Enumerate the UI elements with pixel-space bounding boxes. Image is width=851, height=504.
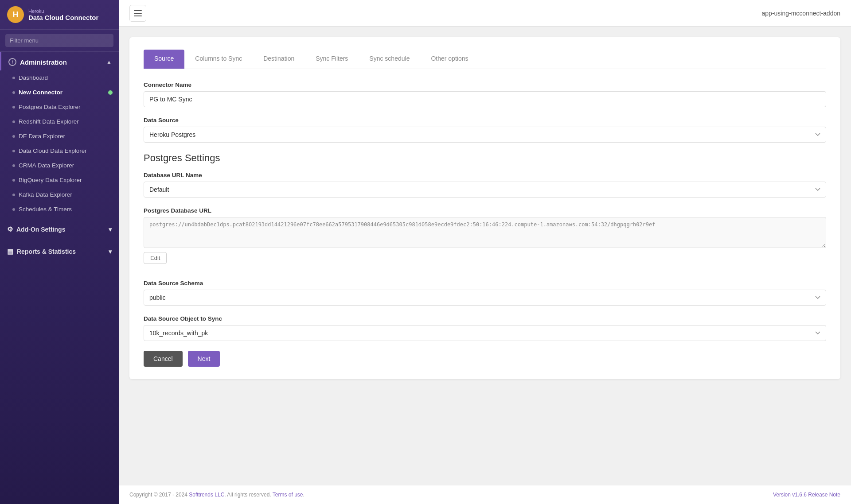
administration-label: Administration (20, 58, 67, 66)
footer-rights: . All rights reserved. (224, 492, 271, 498)
topbar: app-using-mcconnect-addon (119, 0, 851, 27)
tab-source[interactable]: Source (144, 50, 184, 69)
sidebar-item-schedules-timers[interactable]: Schedules & Timers (0, 202, 119, 217)
connector-name-label: Connector Name (144, 81, 826, 88)
nav-dot (12, 91, 15, 94)
sidebar-item-label: Dashboard (19, 74, 48, 81)
data-source-select[interactable]: Heroku PostgresRedshiftBigQueryKafka (144, 127, 826, 143)
data-source-group: Data Source Heroku PostgresRedshiftBigQu… (144, 117, 826, 143)
footer-release-note-link[interactable]: Release Note (808, 492, 840, 498)
sidebar-item-label: Postgres Data Explorer (19, 104, 81, 110)
postgres-settings-title: Postgres Settings (144, 152, 826, 164)
administration-nav: DashboardNew ConnectorPostgres Data Expl… (0, 70, 119, 217)
data-source-object-label: Data Source Object to Sync (144, 315, 826, 322)
sidebar-item-data-cloud-data-explorer[interactable]: Data Cloud Data Explorer (0, 143, 119, 158)
main-area: app-using-mcconnect-addon SourceColumns … (119, 0, 851, 504)
nav-dot (12, 179, 15, 182)
reports-icon: ▤ (7, 248, 13, 256)
footer-company-link[interactable]: Softtrends LLC (189, 492, 224, 498)
footer-version-link[interactable]: Version v1.6.6 (773, 492, 807, 498)
sidebar-item-crma-data-explorer[interactable]: CRMA Data Explorer (0, 158, 119, 173)
sidebar-item-label: CRMA Data Explorer (19, 162, 74, 169)
footer-copyright: Copyright © 2017 - 2024 Softtrends LLC. … (129, 492, 304, 498)
sidebar-logo: H Heroku Data Cloud Connector (0, 0, 119, 30)
tab-other-options[interactable]: Other options (420, 50, 479, 69)
footer-version-area: Version v1.6.6 Release Note (773, 492, 840, 498)
main-content: SourceColumns to SyncDestinationSync Fil… (119, 27, 851, 485)
nav-dot (12, 150, 15, 152)
hamburger-line-2 (134, 13, 142, 14)
connector-name-group: Connector Name (144, 81, 826, 107)
tab-sync-schedule[interactable]: Sync schedule (359, 50, 420, 69)
sidebar-item-label: Kafka Data Explorer (19, 191, 72, 198)
sidebar-item-bigquery-data-explorer[interactable]: BigQuery Data Explorer (0, 173, 119, 187)
footer-copyright-text: Copyright © 2017 - 2024 (129, 492, 189, 498)
nav-dot (12, 77, 15, 79)
nav-dot (12, 164, 15, 167)
tab-sync-filters[interactable]: Sync Filters (305, 50, 359, 69)
logo-text: Heroku Data Cloud Connector (28, 8, 98, 21)
tab-columns-to-sync[interactable]: Columns to Sync (184, 50, 253, 69)
filter-menu-input[interactable] (5, 34, 113, 47)
tab-destination[interactable]: Destination (253, 50, 305, 69)
cancel-button[interactable]: Cancel (144, 351, 183, 367)
sidebar-item-dashboard[interactable]: Dashboard (0, 70, 119, 85)
sidebar-item-label: New Connector (19, 89, 62, 96)
nav-dot (12, 135, 15, 138)
nav-dot (12, 194, 15, 196)
info-icon: i (8, 58, 16, 66)
database-url-name-label: Database URL Name (144, 172, 826, 178)
data-source-object-select[interactable]: 10k_records_with_pk (144, 325, 826, 341)
nav-dot (12, 208, 15, 211)
reports-statistics-label: Reports & Statistics (17, 248, 76, 255)
logo-icon: H (7, 6, 24, 23)
logo-app: Data Cloud Connector (28, 14, 98, 21)
sidebar-item-kafka-data-explorer[interactable]: Kafka Data Explorer (0, 187, 119, 202)
database-url-name-group: Database URL Name Default (144, 172, 826, 198)
database-url-name-select[interactable]: Default (144, 182, 826, 198)
sidebar-item-redshift-data-explorer[interactable]: Redshift Data Explorer (0, 114, 119, 129)
postgres-db-url-group: Postgres Database URL Edit (144, 207, 826, 270)
hamburger-line-3 (134, 16, 142, 16)
active-indicator-dot (108, 90, 113, 95)
next-button[interactable]: Next (188, 351, 220, 367)
edit-button[interactable]: Edit (144, 252, 167, 264)
footer: Copyright © 2017 - 2024 Softtrends LLC. … (119, 485, 851, 504)
addon-settings-chevron: ▾ (109, 226, 112, 233)
hamburger-button[interactable] (129, 5, 146, 22)
sidebar-item-new-connector[interactable]: New Connector (0, 85, 119, 100)
connector-card: SourceColumns to SyncDestinationSync Fil… (129, 37, 840, 379)
sidebar-item-label: Schedules & Timers (19, 206, 72, 213)
logo-brand: Heroku (28, 8, 98, 14)
reports-statistics-header[interactable]: ▤ Reports & Statistics ▾ (0, 242, 119, 261)
reports-statistics-section: ▤ Reports & Statistics ▾ (0, 242, 119, 261)
sidebar-item-postgres-data-explorer[interactable]: Postgres Data Explorer (0, 100, 119, 114)
hamburger-line-1 (134, 10, 142, 11)
sidebar-item-label: Data Cloud Data Explorer (19, 147, 87, 154)
data-source-schema-label: Data Source Schema (144, 280, 826, 287)
reports-statistics-chevron: ▾ (109, 248, 112, 255)
sidebar-item-de-data-explorer[interactable]: DE Data Explorer (0, 129, 119, 143)
administration-header[interactable]: i Administration ▲ (0, 52, 119, 70)
data-source-schema-group: Data Source Schema public (144, 280, 826, 306)
postgres-db-url-textarea[interactable] (144, 217, 826, 248)
addon-settings-section: ⚙ Add-On Settings ▾ (0, 220, 119, 239)
connector-name-input[interactable] (144, 91, 826, 107)
nav-dot (12, 120, 15, 123)
administration-section: i Administration ▲ DashboardNew Connecto… (0, 52, 119, 217)
administration-chevron: ▲ (106, 59, 112, 65)
topbar-app-name: app-using-mcconnect-addon (762, 10, 840, 17)
button-row: Cancel Next (144, 351, 826, 367)
data-source-label: Data Source (144, 117, 826, 124)
sidebar-filter-container (0, 30, 119, 52)
addon-settings-label: Add-On Settings (16, 226, 65, 233)
gear-icon: ⚙ (7, 225, 13, 233)
data-source-object-group: Data Source Object to Sync 10k_records_w… (144, 315, 826, 341)
footer-terms-link[interactable]: Terms of use (273, 492, 303, 498)
postgres-db-url-label: Postgres Database URL (144, 207, 826, 214)
sidebar: H Heroku Data Cloud Connector i Administ… (0, 0, 119, 504)
data-source-schema-select[interactable]: public (144, 290, 826, 306)
sidebar-item-label: Redshift Data Explorer (19, 118, 79, 125)
tabs-bar: SourceColumns to SyncDestinationSync Fil… (144, 50, 826, 69)
addon-settings-header[interactable]: ⚙ Add-On Settings ▾ (0, 220, 119, 239)
